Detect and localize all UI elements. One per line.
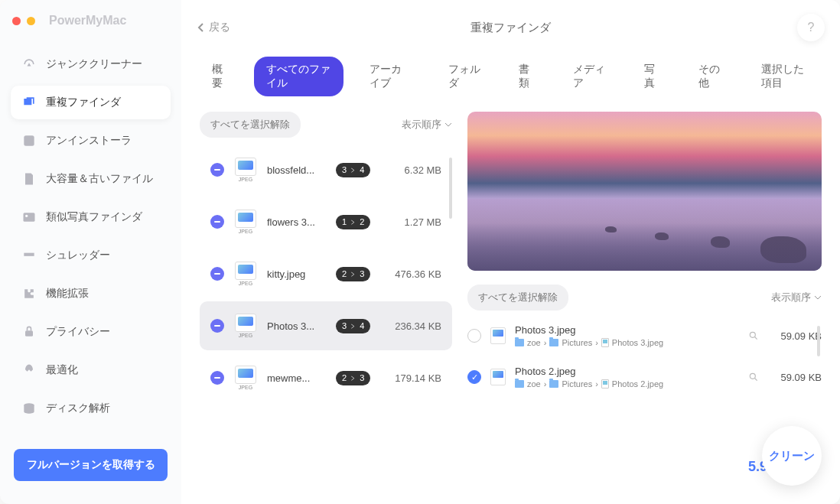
nav-label: 機能拡張 xyxy=(46,287,89,301)
sort-label: 表示順序 xyxy=(402,118,441,132)
duplicate-row[interactable]: Photos 2.jpeg zoe › Pictures › Photos 2.… xyxy=(467,359,822,395)
reveal-icon[interactable] xyxy=(748,372,759,382)
sidebar-item-disk-analysis[interactable]: ディスク解析 xyxy=(11,392,171,425)
file-name: flowers 3... xyxy=(267,216,327,228)
file-name: Photos 3... xyxy=(267,320,327,332)
file-group-row[interactable]: JPEG blossfeld... 3 ﹥ 4 6.32 MB xyxy=(200,145,452,194)
sort-dropdown[interactable]: 表示順序 xyxy=(402,118,452,132)
file-thumbnail xyxy=(490,369,506,385)
sort-dups-dropdown[interactable]: 表示順序 xyxy=(771,291,822,304)
shredder-icon xyxy=(21,248,37,263)
sidebar-item-duplicate-finder[interactable]: 重複ファインダ xyxy=(11,86,171,119)
select-checkbox[interactable] xyxy=(467,329,481,343)
app-icon xyxy=(21,133,37,148)
file-thumbnail: JPEG xyxy=(233,366,258,390)
svg-rect-3 xyxy=(24,253,34,256)
file-group-row[interactable]: JPEG Photos 3... 3 ﹥ 4 236.34 KB xyxy=(200,301,452,350)
count-badge: 2 ﹥ 3 xyxy=(336,371,370,385)
svg-rect-1 xyxy=(24,213,35,222)
tab-other[interactable]: その他 xyxy=(686,57,735,96)
file-group-row[interactable]: JPEG kitty.jpeg 2 ﹥ 3 476.36 KB xyxy=(200,249,452,298)
file-icon xyxy=(601,338,609,347)
tab-archives[interactable]: アーカイブ xyxy=(357,57,422,96)
svg-rect-4 xyxy=(25,330,33,337)
sidebar-item-uninstaller[interactable]: アンインストーラ xyxy=(11,124,171,158)
file-size: 476.36 KB xyxy=(395,268,441,280)
duplicate-row[interactable]: Photos 3.jpeg zoe › Pictures › Photos 3.… xyxy=(467,318,822,353)
deselect-all-button[interactable]: すべてを選択解除 xyxy=(200,112,301,138)
file-name: kitty.jpeg xyxy=(267,268,327,280)
selection-toggle[interactable] xyxy=(210,319,224,333)
image-preview xyxy=(467,112,822,271)
tab-selected[interactable]: 選択した項目 xyxy=(749,57,822,96)
folder-icon xyxy=(515,339,524,346)
tab-folders[interactable]: フォルダ xyxy=(436,57,493,96)
back-button[interactable]: 戻る xyxy=(197,21,230,34)
file-thumbnail xyxy=(490,327,506,344)
file-name: Photos 3.jpeg xyxy=(515,324,739,336)
folder-icon xyxy=(549,380,558,388)
selection-toggle[interactable] xyxy=(210,163,224,177)
stack-icon xyxy=(21,95,37,110)
selection-toggle[interactable] xyxy=(210,215,224,229)
tab-all-files[interactable]: すべてのファイル xyxy=(254,57,343,96)
svg-point-6 xyxy=(750,332,755,337)
file-size: 1.27 MB xyxy=(405,216,441,228)
file-group-row[interactable]: JPEG flowers 3... 1 ﹥ 2 1.27 MB xyxy=(200,197,452,246)
svg-point-7 xyxy=(750,373,755,379)
tab-media[interactable]: メディア xyxy=(561,57,617,96)
count-badge: 3 ﹥ 4 xyxy=(336,163,370,177)
scrollbar[interactable] xyxy=(817,326,820,356)
file-icon xyxy=(601,379,609,389)
select-checkbox[interactable] xyxy=(467,370,481,384)
nav-label: ディスク解析 xyxy=(46,402,110,415)
folder-icon xyxy=(515,380,524,388)
selection-toggle[interactable] xyxy=(210,371,224,385)
chevron-down-icon xyxy=(814,295,822,300)
file-large-icon xyxy=(21,171,37,187)
deselect-all-dups-button[interactable]: すべてを選択解除 xyxy=(467,285,568,311)
tab-documents[interactable]: 書類 xyxy=(506,57,547,96)
tab-overview[interactable]: 概要 xyxy=(200,57,240,96)
nav-label: 大容量＆古いファイル xyxy=(46,172,153,186)
file-info: Photos 3.jpeg zoe › Pictures › Photos 3.… xyxy=(515,324,739,347)
file-thumbnail: JPEG xyxy=(233,314,258,338)
nav-label: 類似写真ファインダ xyxy=(46,210,142,224)
selection-toggle[interactable] xyxy=(210,267,224,281)
file-thumbnail: JPEG xyxy=(233,262,258,286)
scrollbar[interactable] xyxy=(449,158,452,219)
file-size: 6.32 MB xyxy=(405,164,441,176)
help-button[interactable]: ? xyxy=(797,14,825,41)
nav-label: シュレッダー xyxy=(46,249,110,262)
sidebar-item-optimize[interactable]: 最適化 xyxy=(11,353,171,387)
nav-label: 最適化 xyxy=(46,363,78,377)
sidebar-item-large-old-files[interactable]: 大容量＆古いファイル xyxy=(11,162,171,196)
clean-button[interactable]: クリーン xyxy=(762,426,822,486)
sidebar-item-similar-photos[interactable]: 類似写真ファインダ xyxy=(11,200,171,234)
file-size: 59.09 KB xyxy=(768,330,822,342)
sidebar-item-shredder[interactable]: シュレッダー xyxy=(11,239,171,272)
file-thumbnail: JPEG xyxy=(233,158,258,182)
puzzle-icon xyxy=(21,286,37,301)
disk-icon xyxy=(21,401,37,416)
file-info: Photos 2.jpeg zoe › Pictures › Photos 2.… xyxy=(515,366,739,389)
sidebar-item-extensions[interactable]: 機能拡張 xyxy=(11,277,171,311)
file-path: zoe › Pictures › Photos 2.jpeg xyxy=(515,379,739,389)
sidebar-item-junk-cleaner[interactable]: ジャンククリーナー xyxy=(11,47,171,81)
duplicate-file-list: Photos 3.jpeg zoe › Pictures › Photos 3.… xyxy=(467,318,822,445)
upgrade-button[interactable]: フルバージョンを取得する xyxy=(14,449,168,481)
lock-icon xyxy=(21,324,37,340)
minimize-dot[interactable] xyxy=(27,17,35,25)
sidebar-item-privacy[interactable]: プライバシー xyxy=(11,315,171,349)
nav-label: 重複ファインダ xyxy=(46,96,121,109)
svg-point-2 xyxy=(25,215,28,217)
count-badge: 3 ﹥ 4 xyxy=(336,319,370,333)
tab-photos[interactable]: 写真 xyxy=(632,57,672,96)
app-title: PowerMyMac xyxy=(49,14,126,28)
close-dot[interactable] xyxy=(12,17,21,25)
file-group-row[interactable]: JPEG mewme... 2 ﹥ 3 179.14 KB xyxy=(200,353,452,402)
window-controls: PowerMyMac xyxy=(0,8,181,40)
sidebar-nav: ジャンククリーナー 重複ファインダ アンインストーラ 大容量＆古いファイル 類似… xyxy=(0,40,181,441)
nav-label: ジャンククリーナー xyxy=(46,57,142,71)
reveal-icon[interactable] xyxy=(748,330,759,341)
